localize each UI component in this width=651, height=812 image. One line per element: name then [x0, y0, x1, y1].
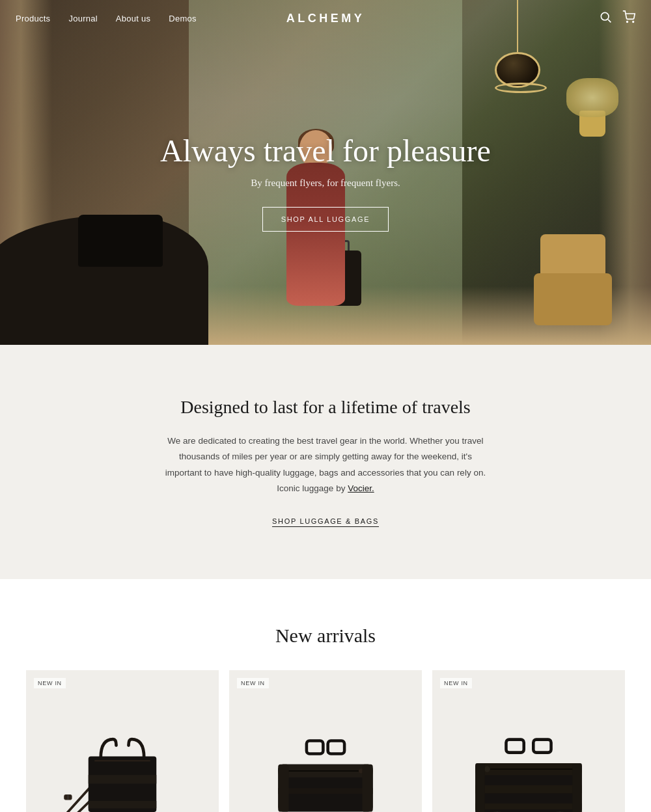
hero-cta-button[interactable]: SHOP ALL LUGGAGE — [262, 207, 389, 232]
nav-demos[interactable]: Demos — [169, 14, 196, 23]
hero-section: Always travel for pleasure By frequent f… — [0, 0, 651, 345]
weekender-bag-image — [456, 727, 601, 812]
new-in-badge-tote: NEW IN — [34, 678, 66, 688]
hero-subtitle: By frequent flyers, for frequent flyers. — [251, 178, 400, 189]
hero-title: Always travel for pleasure — [160, 133, 491, 169]
nav-journal[interactable]: Journal — [68, 14, 97, 23]
svg-rect-26 — [475, 804, 582, 809]
svg-point-24 — [484, 766, 490, 772]
arrivals-title: New arrivals — [26, 625, 625, 647]
mid-section: Designed to last for a lifetime of trave… — [0, 345, 651, 579]
svg-rect-10 — [307, 740, 323, 753]
header: Products Journal About us Demos ALCHEMY — [0, 0, 651, 36]
svg-rect-19 — [506, 740, 523, 753]
mid-cta-button[interactable]: SHOP LUGGAGE & BAGS — [272, 517, 379, 527]
svg-rect-27 — [475, 763, 485, 812]
svg-rect-25 — [475, 785, 582, 794]
search-icon[interactable] — [599, 10, 612, 27]
nav-about[interactable]: About us — [116, 14, 150, 23]
product-card-weekender[interactable]: NEW IN — [432, 670, 625, 812]
nav-left: Products Journal About us Demos — [16, 14, 197, 23]
svg-rect-5 — [89, 776, 157, 784]
duffel-bag-image — [253, 727, 398, 812]
nav-products[interactable]: Products — [16, 14, 50, 23]
svg-rect-18 — [362, 765, 372, 812]
product-grid: NEW IN — [26, 670, 625, 812]
svg-rect-20 — [533, 740, 551, 753]
arrivals-section: New arrivals NEW IN — [0, 579, 651, 812]
new-in-badge-duffel: NEW IN — [237, 678, 269, 688]
svg-rect-6 — [89, 801, 157, 808]
vocier-link[interactable]: Vocier. — [348, 483, 374, 493]
nav-right — [599, 10, 635, 27]
new-in-badge-weekender: NEW IN — [440, 678, 472, 688]
svg-rect-11 — [328, 740, 344, 753]
product-card-duffel[interactable]: NEW IN — [229, 670, 422, 812]
mid-body: We are dedicated to creating the best tr… — [163, 433, 488, 496]
svg-point-3 — [633, 21, 634, 22]
svg-line-1 — [608, 20, 611, 22]
svg-point-0 — [601, 12, 609, 20]
product-card-tote[interactable]: NEW IN — [26, 670, 219, 812]
tote-bag-image — [50, 732, 195, 812]
svg-rect-16 — [278, 788, 372, 794]
hero-content: Always travel for pleasure By frequent f… — [0, 0, 651, 345]
site-logo[interactable]: ALCHEMY — [286, 12, 365, 25]
cart-icon[interactable] — [622, 10, 635, 27]
svg-point-2 — [627, 21, 628, 22]
svg-rect-28 — [572, 763, 582, 812]
svg-rect-17 — [278, 765, 288, 812]
mid-title: Designed to last for a lifetime of trave… — [26, 397, 625, 418]
